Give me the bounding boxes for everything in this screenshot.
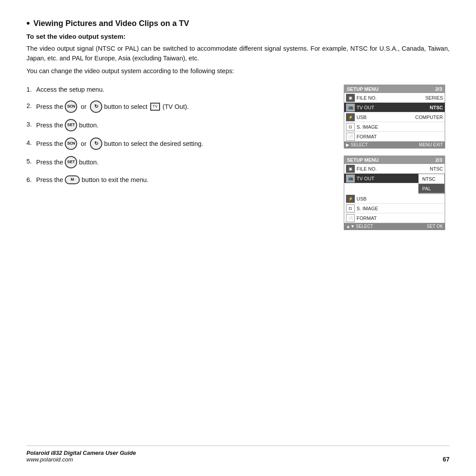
step-4: 4. Press the SCN or ↻ button to select t… <box>26 138 335 150</box>
simage-icon: ⊡ <box>346 123 355 131</box>
set-button-icon-3: SET <box>65 119 77 131</box>
fileno-icon-2: ▣ <box>346 165 355 173</box>
tvout-row-with-submenu: 📺 TV OUT NTSC PAL <box>344 174 445 194</box>
simage-icon-2: ⊡ <box>346 205 355 212</box>
section-subtitle: To set the video output system: <box>26 33 450 40</box>
scn-button-icon-4: SCN <box>65 138 77 150</box>
menu-row-fileno-2: ▣ FILE NO. NTSC <box>344 164 445 174</box>
menu-row-usb-2: ⚡ USB <box>344 194 445 204</box>
menu-panel-1: SETUP MENU 2/3 ▣ FILE NO. SERIES 📺 TV <box>344 85 445 149</box>
page: • Viewing Pictures and Video Clips on a … <box>0 0 476 476</box>
usb-icon: ⚡ <box>346 113 355 121</box>
menu-screenshots-column: SETUP MENU 2/3 ▣ FILE NO. SERIES 📺 TV <box>344 85 450 230</box>
body-text-2: You can change the video output system a… <box>26 66 450 76</box>
submenu: NTSC PAL <box>418 174 445 194</box>
menu-footer-1: ▶ SELECT MENU EXIT <box>344 141 445 148</box>
step-5: 5. Press the SET button. <box>26 156 335 169</box>
format-icon-2: 📄 <box>346 214 355 222</box>
tv-out-icon: TV <box>150 103 160 111</box>
menu-row-format: 📄 FORMAT <box>344 132 445 141</box>
menu-row-simage-2: ⊡ S. IMAGE <box>344 204 445 213</box>
steps-column: 1. Access the setup menu. 2. Press the S… <box>26 85 344 230</box>
menu-row-fileno: ▣ FILE NO. SERIES <box>344 93 445 103</box>
m-button-icon: M <box>65 175 80 184</box>
step-6: 6. Press the M button to exit the menu. <box>26 175 335 185</box>
menu-panel-2: SETUP MENU 2/3 ▣ FILE NO. NTSC <box>344 156 445 230</box>
format-icon: 📄 <box>346 133 355 141</box>
body-text-1: The video output signal (NTSC or PAL) ca… <box>26 44 450 63</box>
arrow-button-icon: ↻ <box>90 100 102 113</box>
tvout-icon: 📺 <box>346 104 355 112</box>
submenu-pal: PAL <box>419 184 444 193</box>
submenu-ntsc: NTSC <box>419 174 444 184</box>
footer-left: Polaroid i832 Digital Camera User Guide … <box>26 450 136 463</box>
set-button-icon-5: SET <box>65 156 77 168</box>
arrow-button-icon-4: ↻ <box>90 138 102 150</box>
step-2: 2. Press the SCN or ↻ button to select T… <box>26 101 335 113</box>
menu-header-2: SETUP MENU 2/3 <box>344 156 445 164</box>
step-1: 1. Access the setup menu. <box>26 85 335 94</box>
tvout-icon-2: 📺 <box>346 175 355 182</box>
step-3: 3. Press the SET button. <box>26 119 335 132</box>
footer-url: www.polaroid.com <box>26 456 136 463</box>
scn-button-icon: SCN <box>65 100 77 113</box>
footer-page-number: 67 <box>443 456 450 463</box>
menu-row-simage: ⊡ S. IMAGE <box>344 122 445 132</box>
section-title: • Viewing Pictures and Video Clips on a … <box>26 18 450 29</box>
fileno-icon: ▣ <box>346 94 355 102</box>
footer-brand: Polaroid i832 Digital Camera User Guide <box>26 450 136 456</box>
menu-header-1: SETUP MENU 2/3 <box>344 85 445 93</box>
menu-footer-2: ▲▼ SELECT SET OK <box>344 223 445 230</box>
menu-row-format-2: 📄 FORMAT <box>344 213 445 223</box>
menu-row-tvout: 📺 TV OUT NTSC <box>344 103 445 112</box>
usb-icon-2: ⚡ <box>346 195 355 203</box>
content-area: 1. Access the setup menu. 2. Press the S… <box>26 85 450 230</box>
menu-row-tvout-2: 📺 TV OUT <box>344 174 418 183</box>
page-footer: Polaroid i832 Digital Camera User Guide … <box>26 446 450 463</box>
menu-row-usb: ⚡ USB COMPUTER <box>344 112 445 122</box>
